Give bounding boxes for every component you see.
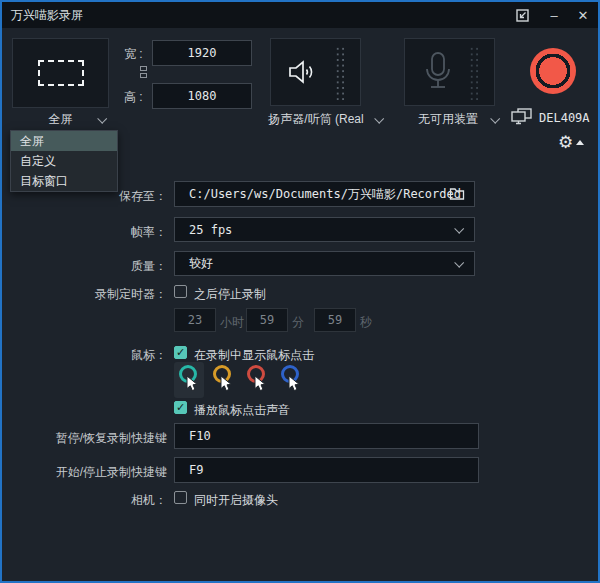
caret-up-icon <box>576 140 584 145</box>
speaker-select[interactable]: 扬声器/听筒 (Real <box>254 110 378 128</box>
seconds-unit: 秒 <box>360 314 372 331</box>
click-color-swatch-blue[interactable] <box>276 362 306 398</box>
height-label: 高 : <box>124 89 143 106</box>
capture-mode-select[interactable]: 全屏 <box>12 110 109 128</box>
stop-after-label: 之后停止录制 <box>194 286 266 303</box>
display-device: DEL409A <box>511 108 590 128</box>
cursor-icon <box>254 375 267 395</box>
frame-rate-select[interactable]: 25 fps <box>174 217 475 242</box>
speaker-icon <box>285 56 317 91</box>
chevron-down-icon <box>374 113 384 123</box>
folder-icon[interactable] <box>449 187 465 204</box>
width-input[interactable] <box>152 40 252 66</box>
timer-label: 录制定时器： <box>7 286 167 303</box>
minutes-input[interactable] <box>246 308 288 332</box>
mouse-label: 鼠标： <box>7 347 167 364</box>
click-sound-checkbox[interactable] <box>174 401 187 414</box>
capture-area-panel[interactable] <box>12 38 109 108</box>
window-title: 万兴喵影录屏 <box>11 7 83 24</box>
hours-input[interactable] <box>174 308 216 332</box>
click-color-swatch-orange[interactable] <box>208 362 238 398</box>
speaker-device-value: 扬声器/听筒 (Real <box>268 111 363 128</box>
gear-icon: ⚙ <box>558 134 573 151</box>
microphone-panel[interactable] <box>404 38 495 106</box>
camera-checkbox[interactable] <box>174 491 187 504</box>
save-path-value: C:/Users/ws/Documents/万兴喵影/Recorded <box>189 186 461 203</box>
cursor-icon <box>220 375 233 395</box>
close-button[interactable]: ✕ <box>568 2 598 28</box>
pause-hotkey-label: 暂停/恢复录制快捷键 <box>7 430 167 447</box>
minimize-button[interactable]: – <box>539 2 569 28</box>
click-sound-label: 播放鼠标点击声音 <box>194 402 290 419</box>
click-color-swatch-teal[interactable] <box>174 362 204 398</box>
chevron-down-icon <box>454 224 464 234</box>
cursor-icon <box>288 375 301 395</box>
close-icon: ✕ <box>578 8 589 23</box>
start-hotkey-input[interactable] <box>174 457 479 483</box>
camera-label: 相机： <box>7 492 167 509</box>
microphone-level-meter <box>469 46 481 100</box>
microphone-select[interactable]: 无可用装置 <box>400 110 496 128</box>
width-label: 宽 : <box>124 46 143 63</box>
menu-item-custom[interactable]: 自定义 <box>11 151 117 171</box>
compact-mode-icon <box>516 9 529 22</box>
pause-hotkey-input[interactable] <box>174 423 479 449</box>
start-hotkey-label: 开始/停止录制快捷键 <box>7 464 167 481</box>
capture-mode-value: 全屏 <box>49 111 73 128</box>
quality-label: 质量： <box>7 258 167 275</box>
camera-checkbox-label: 同时开启摄像头 <box>194 492 278 509</box>
minutes-unit: 分 <box>292 314 304 331</box>
quality-value: 较好 <box>189 255 213 272</box>
click-color-swatch-red[interactable] <box>242 362 272 398</box>
save-path-field[interactable]: C:/Users/ws/Documents/万兴喵影/Recorded <box>174 181 475 207</box>
link-dimensions-icon[interactable] <box>140 66 147 78</box>
frame-rate-value: 25 fps <box>189 223 232 237</box>
minimize-icon: – <box>550 8 557 23</box>
chevron-down-icon <box>454 258 464 268</box>
speaker-level-meter <box>335 46 347 100</box>
chevron-down-icon <box>97 113 107 123</box>
menu-item-target-window[interactable]: 目标窗口 <box>11 171 117 191</box>
dashed-region-icon <box>38 60 84 86</box>
hours-unit: 小时 <box>220 314 244 331</box>
frame-rate-label: 帧率： <box>7 224 167 241</box>
device-name: DEL409A <box>539 111 590 125</box>
menu-item-fullscreen[interactable]: 全屏 <box>11 131 117 151</box>
speaker-panel[interactable] <box>270 38 361 106</box>
record-button[interactable] <box>530 48 576 94</box>
quality-select[interactable]: 较好 <box>174 251 475 276</box>
height-input[interactable] <box>152 83 252 109</box>
cursor-icon <box>186 375 199 395</box>
capture-mode-menu: 全屏 自定义 目标窗口 <box>10 130 118 192</box>
monitors-icon <box>511 108 532 128</box>
stop-after-checkbox[interactable] <box>174 285 187 298</box>
seconds-input[interactable] <box>314 308 356 332</box>
microphone-device-value: 无可用装置 <box>418 111 478 128</box>
app-window: 万兴喵影录屏 – ✕ 全屏 全屏 自定义 目标窗口 宽 : 高 : 扬声器/听筒… <box>0 0 600 583</box>
show-mouse-clicks-checkbox[interactable] <box>174 346 187 359</box>
microphone-icon <box>423 49 453 98</box>
compact-mode-button[interactable] <box>507 2 537 28</box>
chevron-down-icon <box>490 113 500 123</box>
settings-menu-button[interactable]: ⚙ <box>558 134 584 151</box>
